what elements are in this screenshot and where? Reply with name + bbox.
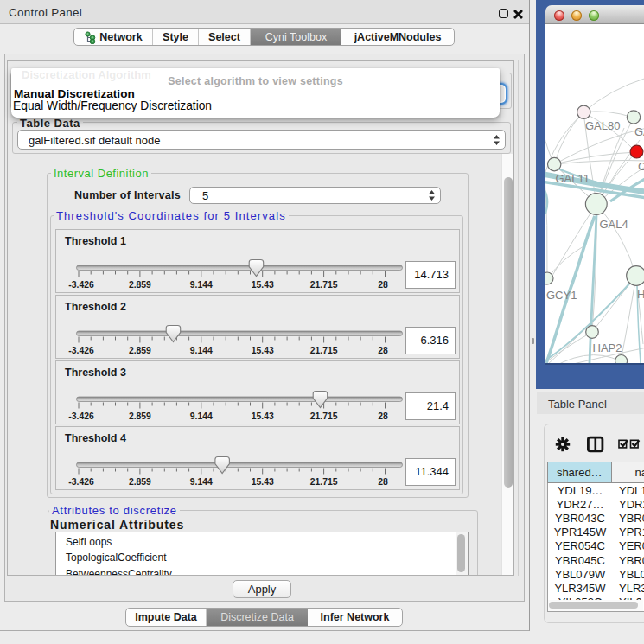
svg-text:21.715: 21.715 (310, 411, 338, 421)
svg-text:9.144: 9.144 (190, 280, 213, 290)
svg-text:9.144: 9.144 (190, 411, 213, 421)
svg-text:CDC1: CDC1 (638, 160, 644, 173)
svg-text:21.715: 21.715 (310, 280, 338, 290)
svg-text:9.144: 9.144 (190, 346, 213, 355)
svg-text:-3.426: -3.426 (68, 346, 94, 355)
svg-text:2.859: 2.859 (129, 411, 151, 421)
svg-text:15.43: 15.43 (252, 411, 274, 421)
svg-text:15.43: 15.43 (252, 346, 274, 355)
svg-text:2.859: 2.859 (129, 346, 151, 355)
svg-text:21.715: 21.715 (310, 346, 338, 355)
svg-text:HIS4: HIS4 (637, 288, 644, 301)
svg-text:-3.426: -3.426 (68, 280, 94, 290)
svg-text:15.43: 15.43 (252, 477, 274, 487)
svg-text:GAL2: GAL2 (634, 125, 644, 138)
svg-text:-3.426: -3.426 (68, 477, 94, 487)
svg-text:28: 28 (378, 477, 388, 487)
svg-text:GCY1: GCY1 (546, 289, 577, 302)
svg-text:GAL4: GAL4 (600, 218, 628, 231)
svg-text:15.43: 15.43 (252, 280, 274, 290)
svg-text:9.144: 9.144 (190, 477, 213, 487)
svg-text:28: 28 (378, 411, 388, 421)
svg-text:GAL80: GAL80 (585, 119, 620, 132)
svg-text:28: 28 (378, 280, 388, 290)
svg-text:2.859: 2.859 (129, 280, 151, 290)
svg-text:HAP2: HAP2 (593, 341, 622, 354)
svg-text:21.715: 21.715 (310, 477, 338, 487)
svg-text:28: 28 (378, 346, 388, 355)
svg-text:-3.426: -3.426 (68, 411, 94, 421)
svg-text:2.859: 2.859 (129, 477, 151, 487)
svg-text:GAL11: GAL11 (556, 172, 590, 185)
